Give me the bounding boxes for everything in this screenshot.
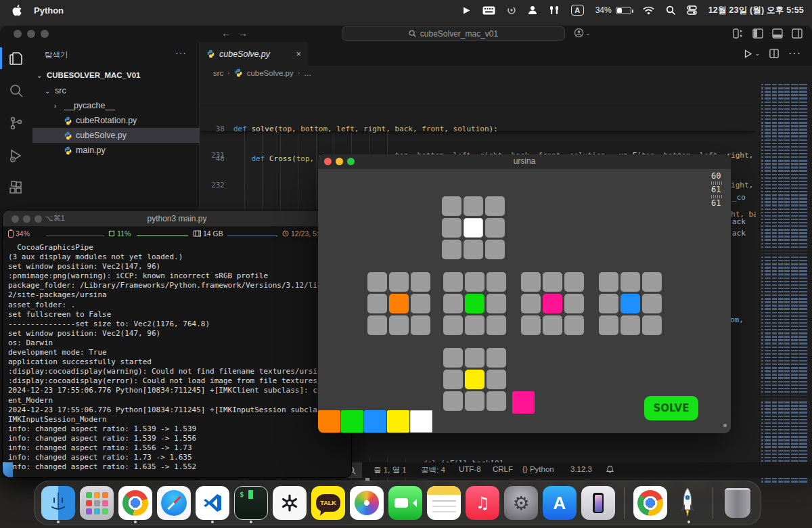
tree-root-cubesolver[interactable]: ⌄ CUBESOLVER_MAC_V01 [32, 68, 200, 83]
ursina-title-bar[interactable]: ursina [318, 154, 731, 169]
cube-cell-gray[interactable] [443, 272, 463, 292]
cube-cell-gray[interactable] [367, 272, 387, 292]
cube-cell-gray[interactable] [389, 315, 409, 335]
status-line-col[interactable]: 줄 1, 열 1 [374, 465, 407, 475]
profile-icon[interactable]: ⌄ [574, 28, 591, 38]
cube-cell-gray[interactable] [367, 294, 387, 313]
cube-cell-gray[interactable] [411, 315, 430, 335]
breadcrumb-src[interactable]: src [213, 69, 223, 77]
cube-cell-gray[interactable] [442, 218, 461, 238]
dock-vscode[interactable] [196, 483, 229, 523]
tree-folder-src[interactable]: ⌄ src [32, 83, 200, 98]
cube-cell-gray[interactable] [443, 370, 463, 389]
breadcrumb-file[interactable]: cubeSolve.py [247, 69, 294, 77]
dock-notes[interactable] [427, 483, 461, 523]
dock-chatgpt[interactable] [273, 483, 307, 523]
search-icon[interactable] [666, 5, 675, 15]
battery-icon[interactable] [616, 7, 631, 14]
cube-cell-gray[interactable] [465, 272, 484, 292]
dock-chrome[interactable] [118, 483, 152, 523]
cube-cell-gray[interactable] [543, 272, 562, 292]
toggle-panel-icon[interactable] [772, 28, 783, 39]
tree-folder-pycache[interactable]: › __pycache__ [32, 98, 200, 113]
cube-cell-gray[interactable] [443, 348, 463, 368]
status-encoding[interactable]: UTF-8 [459, 465, 481, 473]
cube-cell-gray[interactable] [487, 294, 506, 313]
dock-photos[interactable] [350, 483, 384, 523]
palette-cell-blue[interactable] [364, 410, 386, 433]
magenta-swatch[interactable] [512, 391, 535, 414]
close-window-button[interactable] [14, 30, 22, 38]
editor-more-actions-icon[interactable]: ··· [788, 47, 801, 60]
cube-cell-gray[interactable] [485, 240, 505, 259]
cube-cell-gray[interactable] [443, 315, 463, 335]
dock-launchpad[interactable] [80, 483, 114, 523]
customize-layout-icon[interactable] [733, 28, 744, 39]
cube-cell-gray[interactable] [487, 391, 506, 411]
resize-handle[interactable] [723, 424, 727, 427]
navigate-forward-icon[interactable]: → [238, 28, 248, 39]
cube-cell-gray[interactable] [465, 391, 484, 411]
cube-cell-gray[interactable] [521, 294, 541, 313]
cube-cell-gray[interactable] [442, 240, 461, 259]
color-palette[interactable] [318, 410, 432, 433]
dock-facetime[interactable] [388, 483, 422, 523]
dock-chrome-2[interactable] [633, 483, 667, 523]
source-control-icon[interactable] [8, 115, 24, 131]
airpods-icon[interactable] [549, 5, 560, 15]
tree-file-main[interactable]: main.py [32, 143, 200, 158]
cube-cell-white[interactable] [464, 218, 483, 238]
cube-cell-gray[interactable] [487, 315, 506, 335]
dock-safari[interactable] [157, 483, 191, 523]
cube-cell-gray[interactable] [442, 196, 461, 216]
apple-menu-icon[interactable] [12, 5, 22, 16]
cube-cell-orange[interactable] [389, 294, 409, 313]
cube-cell-blue[interactable] [621, 294, 640, 313]
status-language[interactable]: {} Python [522, 465, 554, 473]
cube-cell-gray[interactable] [521, 315, 541, 335]
cube-cell-gray[interactable] [464, 240, 483, 259]
active-app-name[interactable]: Python [34, 5, 64, 16]
dock-app-store[interactable]: A [543, 483, 577, 523]
explorer-icon[interactable] [8, 50, 24, 66]
run-python-file-icon[interactable]: ⌄ [744, 49, 760, 58]
dock-terminal[interactable]: $ [234, 483, 268, 523]
cube-face-left[interactable] [367, 272, 430, 335]
cube-cell-gray[interactable] [487, 348, 506, 368]
terminal-window[interactable]: ⌥⌘1 python3 main.py 34% 11% 14 GB 12/23,… [2, 210, 352, 478]
breadcrumb[interactable]: src › cubeSolve.py › … [200, 66, 754, 80]
cube-face-back[interactable] [599, 272, 662, 335]
cube-cell-gray[interactable] [621, 272, 640, 292]
input-source-badge[interactable]: A [571, 5, 584, 16]
toggle-secondary-sidebar-icon[interactable] [792, 28, 803, 39]
cube-cell-gray[interactable] [465, 315, 484, 335]
palette-cell-yellow[interactable] [387, 410, 409, 433]
tab-cubesolve[interactable]: cubeSolve.py × [200, 42, 308, 66]
cube-cell-magenta[interactable] [543, 294, 562, 313]
cube-cell-gray[interactable] [642, 294, 662, 313]
breadcrumb-symbol[interactable]: … [304, 69, 312, 77]
cube-cell-gray[interactable] [485, 218, 505, 238]
dock-music[interactable]: ♫ [466, 483, 499, 523]
explorer-more-actions-icon[interactable]: ··· [175, 47, 187, 58]
palette-cell-white[interactable] [410, 410, 432, 433]
cube-cell-gray[interactable] [487, 272, 506, 292]
keyboard-icon[interactable] [482, 6, 495, 15]
cube-cell-green[interactable] [465, 294, 484, 313]
cube-cell-gray[interactable] [367, 315, 387, 335]
cube-face-front[interactable] [443, 272, 506, 335]
terminal-output[interactable]: CocoaGraphicsPipe(3 aux display modules … [8, 243, 350, 472]
cube-cell-gray[interactable] [389, 272, 409, 292]
cube-cell-gray[interactable] [443, 294, 463, 313]
solve-button[interactable]: SOLVE [644, 396, 698, 420]
minimize-window-button[interactable] [27, 30, 35, 38]
cube-cell-gray[interactable] [642, 315, 662, 335]
control-center-icon[interactable] [687, 5, 697, 15]
dock-iphone-mirroring[interactable] [581, 483, 615, 523]
dock-trash[interactable] [722, 483, 754, 523]
cube-face-top[interactable] [442, 196, 505, 259]
cube-cell-gray[interactable] [564, 315, 584, 335]
tab-close-icon[interactable]: × [296, 49, 301, 59]
cube-cell-gray[interactable] [411, 272, 430, 292]
play-icon[interactable] [462, 6, 471, 15]
